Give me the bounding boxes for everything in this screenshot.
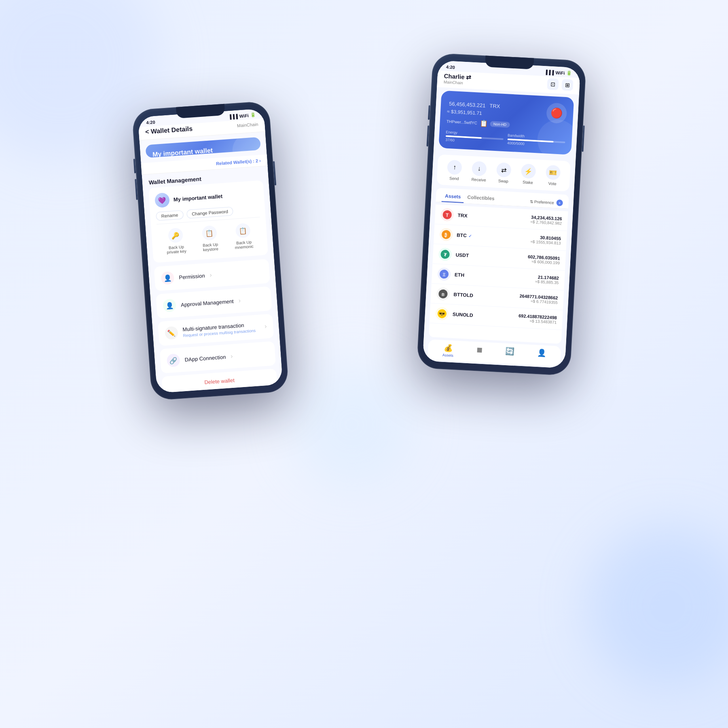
usdt-icon: ₮ [438, 248, 452, 261]
nav-profile[interactable]: 👤 [537, 348, 546, 362]
bttold-values: 2648771.04328662 ≈$ 6.77419355 [519, 293, 558, 305]
approval-management-menu-item[interactable]: 👤 Approval Management › [156, 286, 272, 319]
power-btn[interactable] [273, 161, 276, 185]
dapp-label: DApp Connection [184, 353, 226, 362]
back-button[interactable]: < Wallet Details [145, 125, 193, 135]
nav-history[interactable]: 🔄 [505, 347, 514, 361]
permission-menu-item[interactable]: 👤 Permission › [154, 259, 270, 291]
tab-collectibles[interactable]: Collectibles [464, 193, 498, 205]
multisig-menu-item[interactable]: ✏️ Multi-signature transaction Request o… [158, 314, 274, 346]
receive-icon: ↓ [472, 161, 487, 176]
svg-text:B: B [442, 292, 445, 297]
approval-icon: 👤 [163, 298, 176, 312]
nav-assets[interactable]: 💰 Assets [442, 343, 454, 358]
backup-mnemonic-label: Back Upmnemonic [235, 240, 254, 250]
management-card: 💜 My important wallet Rename Change Pass… [148, 180, 268, 262]
dapp-connection-menu-item[interactable]: 🔗 DApp Connection › [160, 341, 276, 374]
trx-values: 34,234,453.126 ≈$ 2,760,842.982 [530, 214, 562, 225]
backup-private-key[interactable]: 🔑 Back Upprivate key [165, 227, 187, 254]
stake-icon: ⚡ [521, 163, 536, 179]
approval-chevron: › [238, 297, 241, 304]
trx-name: TRX [457, 212, 531, 222]
multisig-chevron: › [264, 323, 267, 330]
hd-badge: Non-HD [490, 121, 510, 128]
status-icons-right: ▐▐▐ WiFi 🔋 [544, 69, 572, 76]
receive-action[interactable]: ↓ Receive [471, 161, 487, 182]
wallet-main-screen: 4:20 ▐▐▐ WiFi 🔋 Charlie ⇄ Mai [423, 60, 580, 368]
vol-down-btn[interactable] [135, 179, 138, 200]
wallet-avatar: 💜 [154, 193, 170, 208]
backup-keystore-label: Back Upkeystore [203, 242, 218, 252]
eth-icon: Ξ [437, 267, 451, 281]
permission-chevron: › [210, 271, 212, 279]
vote-label: Vote [548, 181, 557, 186]
btc-icon: ₿ [439, 228, 453, 241]
right-screen: 4:20 ▐▐▐ WiFi 🔋 Charlie ⇄ Mai [423, 60, 580, 368]
backup-key-label: Back Upprivate key [166, 244, 186, 254]
vote-icon: 🎫 [545, 165, 561, 180]
trx-icon: T [440, 208, 454, 222]
nav-history-icon: 🔄 [505, 347, 514, 356]
wallet-address: THPwer...5wtfYC [447, 119, 478, 125]
svg-text:T: T [446, 212, 449, 218]
management-wallet-name: My important wallet [173, 190, 258, 203]
multisig-label-container: Multi-signature transaction Request or p… [182, 321, 260, 338]
dapp-chevron: › [231, 353, 233, 360]
backup-key-icon: 🔑 [168, 228, 183, 243]
bttold-name: BTTOLD [453, 292, 520, 301]
swap-icon: ⇄ [496, 162, 512, 178]
tab-assets[interactable]: Assets [441, 191, 464, 203]
assets-list: T TRX 34,234,453.126 ≈$ 2,760,842.982 ₿ … [429, 204, 568, 344]
rename-button[interactable]: Rename [156, 210, 184, 221]
right-vol-down[interactable] [427, 125, 430, 146]
scan-icon-btn[interactable]: ⊡ [547, 78, 559, 90]
usdt-name: USDT [455, 252, 528, 261]
balance-card: 🔴 56,456,453.221 TRX ≈ $3,951,951.71 THP… [438, 91, 574, 155]
sunold-icon: 😎 [435, 307, 449, 321]
nav-assets-icon: 💰 [444, 343, 453, 353]
receive-label: Receive [471, 177, 486, 182]
nav-assets-label: Assets [442, 353, 454, 358]
sunold-name: SUNOLD [453, 311, 519, 321]
backup-keystore-icon: 📋 [202, 225, 217, 241]
copy-icon[interactable]: 📋 [479, 119, 488, 127]
eth-name: ETH [455, 272, 535, 281]
send-label: Send [449, 176, 459, 181]
backup-keystore[interactable]: 📋 Back Upkeystore [201, 225, 218, 252]
vote-action[interactable]: 🎫 Vote [545, 165, 561, 186]
btc-name: BTC ✓ [457, 232, 531, 242]
svg-text:😎: 😎 [439, 311, 445, 317]
multisig-icon: ✏️ [165, 326, 178, 340]
action-buttons: ↑ Send ↓ Receive ⇄ Swap ⚡ Stake [437, 154, 571, 192]
nav-market[interactable]: ◼ [476, 345, 483, 359]
add-asset-btn[interactable]: + [556, 199, 563, 206]
time-left: 4:20 [146, 119, 155, 125]
permission-icon: 👤 [161, 271, 174, 285]
right-power[interactable] [582, 125, 584, 152]
right-vol-up[interactable] [428, 105, 430, 120]
backup-row: 🔑 Back Upprivate key 📋 Back Upkeystore 📋… [157, 220, 262, 257]
chain-label: MainChain [237, 122, 258, 128]
header-icons: ⊡ ⊞ [547, 78, 573, 91]
approval-label: Approval Management [181, 298, 234, 308]
stake-action[interactable]: ⚡ Stake [521, 163, 536, 185]
delete-wallet-button[interactable]: Delete wallet [161, 368, 277, 393]
backup-mnemonic[interactable]: 📋 Back Upmnemonic [233, 223, 254, 250]
nav-market-icon: ◼ [476, 345, 483, 354]
qr-icon-btn[interactable]: ⊞ [561, 79, 573, 91]
vol-up-btn[interactable] [133, 159, 136, 173]
bottom-navigation: 💰 Assets ◼ 🔄 👤 [427, 339, 561, 366]
preference-btn[interactable]: ⇅ Preference + [530, 198, 563, 206]
swap-action[interactable]: ⇄ Swap [496, 162, 512, 184]
backup-mnemonic-icon: 📋 [235, 223, 251, 238]
btc-values: 30.810455 ≈$ 1555,934.813 [530, 234, 561, 245]
usdt-values: 602,786.035091 ≈$ 606,000.199 [527, 254, 560, 265]
bttold-icon: B [436, 287, 450, 301]
left-screen: 4:20 ▐▐▐ WiFi 🔋 < Wallet Details MainCha… [138, 108, 283, 393]
permission-label: Permission [179, 273, 205, 280]
change-password-button[interactable]: Change Password [186, 207, 233, 219]
wallet-action-buttons: Rename Change Password [156, 205, 260, 221]
swap-label: Swap [498, 178, 509, 183]
send-action[interactable]: ↑ Send [447, 160, 463, 181]
wallet-details-screen: 4:20 ▐▐▐ WiFi 🔋 < Wallet Details MainCha… [138, 108, 283, 393]
